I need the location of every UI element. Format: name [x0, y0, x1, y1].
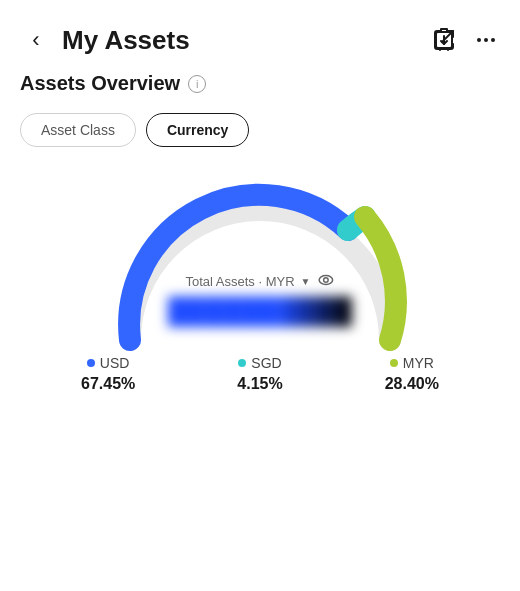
legend-item-sgd: SGD 4.15% [237, 355, 282, 393]
eye-button[interactable] [317, 271, 335, 292]
back-arrow-icon: ‹ [32, 29, 39, 51]
legend-label-myr: MYR [390, 355, 434, 371]
legend-label-sgd: SGD [238, 355, 281, 371]
tab-asset-class[interactable]: Asset Class [20, 113, 136, 147]
gauge-label-row: Total Assets · MYR ▼ [186, 271, 335, 292]
svg-point-4 [484, 38, 488, 42]
info-button[interactable]: i [188, 75, 206, 93]
legend-label-usd: USD [87, 355, 130, 371]
page-title: My Assets [62, 25, 190, 56]
svg-point-7 [323, 278, 328, 283]
gauge-value: ██████████ [168, 296, 352, 327]
header-left: ‹ My Assets [20, 24, 190, 56]
svg-point-3 [477, 38, 481, 42]
svg-point-6 [319, 276, 333, 285]
myr-label: MYR [403, 355, 434, 371]
myr-dot [390, 359, 398, 367]
legend-item-myr: MYR 28.40% [385, 355, 439, 393]
chart-area: Total Assets · MYR ▼ ██████████ USD [20, 175, 500, 393]
svg-point-5 [491, 38, 495, 42]
legend-item-usd: USD 67.45% [81, 355, 135, 393]
usd-percentage: 67.45% [81, 375, 135, 393]
gauge-label: Total Assets · MYR [186, 274, 295, 289]
section-title: Assets Overview [20, 72, 180, 95]
usd-label: USD [100, 355, 130, 371]
gauge-center-text: Total Assets · MYR ▼ ██████████ [168, 271, 352, 327]
legend: USD 67.45% SGD 4.15% MYR 28.40% [20, 355, 500, 393]
header: ‹ My Assets [0, 0, 520, 72]
main-content: Assets Overview i Asset Class Currency [0, 72, 520, 393]
share-icon [432, 28, 456, 52]
header-right [430, 26, 500, 54]
sgd-percentage: 4.15% [237, 375, 282, 393]
info-icon: i [196, 78, 198, 90]
eye-icon [317, 271, 335, 289]
tab-currency[interactable]: Currency [146, 113, 249, 147]
more-button[interactable] [472, 26, 500, 54]
dropdown-arrow-icon: ▼ [301, 276, 311, 287]
section-title-row: Assets Overview i [20, 72, 500, 95]
back-button[interactable]: ‹ [20, 24, 52, 56]
tab-group: Asset Class Currency [20, 113, 500, 147]
gauge-container: Total Assets · MYR ▼ ██████████ [100, 175, 420, 355]
share-button[interactable] [430, 26, 458, 54]
sgd-label: SGD [251, 355, 281, 371]
gauge-svg [100, 175, 420, 355]
usd-dot [87, 359, 95, 367]
myr-percentage: 28.40% [385, 375, 439, 393]
more-icon [474, 28, 498, 52]
sgd-dot [238, 359, 246, 367]
